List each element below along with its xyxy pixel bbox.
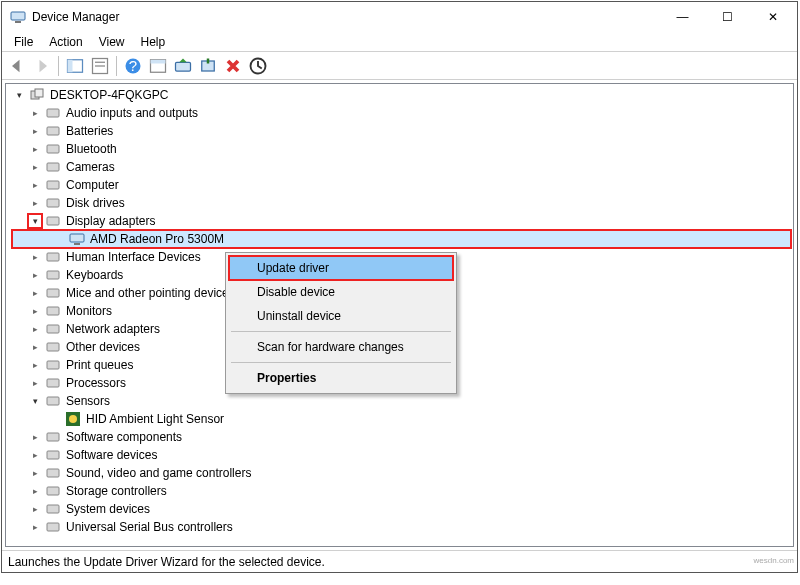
category-bluetooth[interactable]: Bluetooth [8, 140, 791, 158]
chevron-right-icon[interactable] [28, 160, 42, 174]
category-system-devices[interactable]: System devices [8, 500, 791, 518]
menu-item-update-driver[interactable]: Update driver [229, 256, 453, 280]
svg-rect-3 [68, 59, 73, 72]
category-batteries[interactable]: Batteries [8, 122, 791, 140]
svg-rect-33 [47, 397, 59, 405]
close-button[interactable]: ✕ [750, 3, 795, 31]
chevron-right-icon[interactable] [28, 430, 42, 444]
chevron-right-icon[interactable] [28, 106, 42, 120]
chevron-right-icon[interactable] [28, 520, 42, 534]
category-icon [45, 159, 61, 175]
chevron-down-icon[interactable] [28, 214, 42, 228]
help-button[interactable]: ? [122, 55, 144, 77]
chevron-down-icon[interactable] [12, 88, 26, 102]
update-driver-button[interactable] [172, 55, 194, 77]
category-sensors[interactable]: Sensors [8, 392, 791, 410]
category-software-devices[interactable]: Software devices [8, 446, 791, 464]
category-label: Keyboards [64, 268, 125, 282]
svg-rect-31 [47, 361, 59, 369]
back-button[interactable] [6, 55, 28, 77]
chevron-right-icon[interactable] [28, 286, 42, 300]
category-icon [45, 393, 61, 409]
menu-action[interactable]: Action [41, 33, 90, 51]
show-hide-tree-button[interactable] [64, 55, 86, 77]
category-icon [45, 357, 61, 373]
chevron-right-icon[interactable] [28, 268, 42, 282]
device-icon [69, 231, 85, 247]
category-label: Display adapters [64, 214, 157, 228]
category-display-adapters[interactable]: Display adapters [8, 212, 791, 230]
svg-rect-26 [47, 271, 59, 279]
category-cameras[interactable]: Cameras [8, 158, 791, 176]
uninstall-device-button[interactable] [222, 55, 244, 77]
chevron-right-icon[interactable] [28, 376, 42, 390]
menu-help[interactable]: Help [133, 33, 174, 51]
category-label: Storage controllers [64, 484, 169, 498]
category-label: Disk drives [64, 196, 127, 210]
svg-rect-39 [47, 487, 59, 495]
chevron-right-icon[interactable] [28, 250, 42, 264]
maximize-button[interactable]: ☐ [705, 3, 750, 31]
category-storage-controllers[interactable]: Storage controllers [8, 482, 791, 500]
chevron-right-icon[interactable] [28, 124, 42, 138]
chevron-right-icon[interactable] [28, 304, 42, 318]
status-text: Launches the Update Driver Wizard for th… [8, 555, 325, 569]
context-menu: Update driver Disable device Uninstall d… [225, 252, 457, 394]
device-hid-ambient-light-sensor[interactable]: HID Ambient Light Sensor [8, 410, 791, 428]
forward-button[interactable] [31, 55, 53, 77]
svg-rect-38 [47, 469, 59, 477]
category-label: Bluetooth [64, 142, 119, 156]
chevron-right-icon[interactable] [28, 322, 42, 336]
chevron-right-icon[interactable] [28, 448, 42, 462]
category-label: Audio inputs and outputs [64, 106, 200, 120]
menu-separator [231, 331, 451, 332]
category-icon [45, 465, 61, 481]
category-universal-serial-bus-controllers[interactable]: Universal Serial Bus controllers [8, 518, 791, 536]
chevron-right-icon[interactable] [28, 466, 42, 480]
chevron-right-icon[interactable] [28, 484, 42, 498]
category-audio-inputs-and-outputs[interactable]: Audio inputs and outputs [8, 104, 791, 122]
chevron-right-icon[interactable] [28, 196, 42, 210]
menu-item-uninstall-device[interactable]: Uninstall device [229, 304, 453, 328]
category-disk-drives[interactable]: Disk drives [8, 194, 791, 212]
minimize-button[interactable]: — [660, 3, 705, 31]
category-icon [45, 519, 61, 535]
chevron-right-icon[interactable] [28, 142, 42, 156]
svg-rect-19 [47, 163, 59, 171]
chevron-right-icon[interactable] [28, 358, 42, 372]
category-label: Software devices [64, 448, 159, 462]
properties-button[interactable] [89, 55, 111, 77]
disable-device-button[interactable] [197, 55, 219, 77]
chevron-right-icon[interactable] [28, 178, 42, 192]
menu-view[interactable]: View [91, 33, 133, 51]
chevron-right-icon[interactable] [28, 502, 42, 516]
watermark: wesdn.com [754, 556, 794, 565]
category-sound-video-and-game-controllers[interactable]: Sound, video and game controllers [8, 464, 791, 482]
action-view-button[interactable] [147, 55, 169, 77]
chevron-down-icon[interactable] [28, 394, 42, 408]
svg-rect-20 [47, 181, 59, 189]
menu-file[interactable]: File [6, 33, 41, 51]
svg-rect-40 [47, 505, 59, 513]
tree-spacer [52, 232, 66, 246]
category-label: Mice and other pointing devices [64, 286, 237, 300]
menu-item-disable-device[interactable]: Disable device [229, 280, 453, 304]
category-label: Computer [64, 178, 121, 192]
svg-rect-32 [47, 379, 59, 387]
category-computer[interactable]: Computer [8, 176, 791, 194]
svg-rect-28 [47, 307, 59, 315]
svg-rect-21 [47, 199, 59, 207]
device-amd-radeon-pro-5300m[interactable]: AMD Radeon Pro 5300M [12, 230, 791, 248]
category-label: Sensors [64, 394, 112, 408]
category-label: Print queues [64, 358, 135, 372]
svg-rect-11 [176, 62, 191, 71]
scan-hardware-button[interactable] [247, 55, 269, 77]
chevron-right-icon[interactable] [28, 340, 42, 354]
category-software-components[interactable]: Software components [8, 428, 791, 446]
menubar: File Action View Help [2, 32, 797, 52]
tree-root[interactable]: DESKTOP-4FQKGPC [8, 86, 791, 104]
menu-item-scan-hardware[interactable]: Scan for hardware changes [229, 335, 453, 359]
menu-item-properties[interactable]: Properties [229, 366, 453, 390]
svg-rect-30 [47, 343, 59, 351]
category-icon [45, 483, 61, 499]
